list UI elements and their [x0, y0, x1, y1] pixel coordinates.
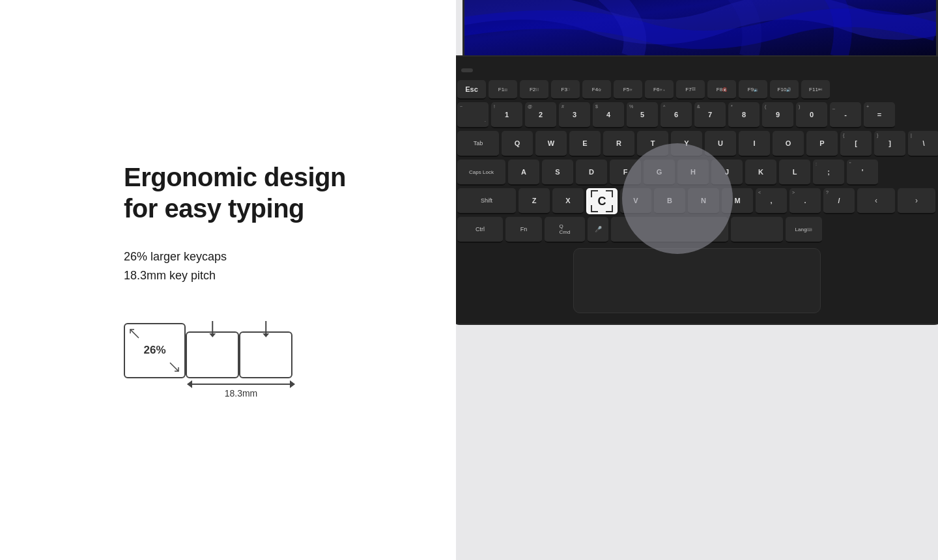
key-mic[interactable]: 🎤 — [588, 217, 608, 243]
headline-line1: Ergonomic design — [124, 161, 417, 193]
screen-inner: | — [464, 0, 936, 57]
feature-2: 18.3mm key pitch — [124, 266, 417, 285]
key-fn[interactable]: Fn — [505, 217, 542, 243]
key-f10[interactable]: F10🔊 — [770, 80, 799, 100]
keyboard-top-bar — [457, 66, 937, 75]
key-bracket-close[interactable]: }] — [874, 131, 905, 157]
key-quote[interactable]: "' — [847, 160, 878, 186]
headline: Ergonomic design for easy typing — [124, 161, 417, 224]
key-esc[interactable]: Esc — [457, 80, 486, 100]
large-key: 26% — [124, 323, 186, 378]
key-2[interactable]: @2 — [525, 102, 556, 128]
left-panel: Ergonomic design for easy typing 26% lar… — [0, 0, 456, 560]
key-f3[interactable]: F3□ — [551, 80, 580, 100]
small-key-2 — [239, 331, 292, 378]
key-r[interactable]: R — [603, 131, 634, 157]
key-comma[interactable]: <, — [756, 188, 787, 214]
key-s[interactable]: S — [542, 160, 573, 186]
key-shift[interactable]: Shift — [457, 188, 516, 214]
arrow-line-1 — [212, 321, 213, 334]
key-o[interactable]: O — [773, 131, 804, 157]
page-container: Ergonomic design for easy typing 26% lar… — [0, 0, 938, 560]
key-f7[interactable]: F7🖼 — [676, 80, 705, 100]
key-l[interactable]: L — [779, 160, 810, 186]
key-c[interactable]: C — [586, 188, 618, 214]
key-tab[interactable]: Tab — [457, 131, 499, 157]
keyboard-device: | — [449, 0, 938, 560]
key-semicolon[interactable]: :; — [813, 160, 844, 186]
touchpad[interactable] — [573, 248, 821, 313]
key-arrow-left[interactable]: ‹ — [857, 188, 895, 214]
key-3[interactable]: #3 — [559, 102, 590, 128]
key-p[interactable]: P — [806, 131, 838, 157]
key-equals[interactable]: += — [864, 102, 895, 128]
key-1[interactable]: !1 — [491, 102, 522, 128]
svg-line-1 — [170, 363, 178, 371]
key-w[interactable]: W — [535, 131, 567, 157]
key-f5[interactable]: F5☀ — [614, 80, 642, 100]
feature-1: 26% larger keycaps — [124, 247, 417, 266]
key-f4[interactable]: F4✿ — [582, 80, 611, 100]
caps-lock-label: Caps Lock — [469, 169, 494, 175]
key-a[interactable]: A — [508, 160, 539, 186]
arrow-indicator-2 — [265, 321, 266, 334]
arrow-br-icon — [169, 362, 180, 372]
num-row: ~` !1 @2 #3 $4 %5 ^6 &7 *8 (9 )0 _- += — [457, 102, 937, 128]
key-caps-lock[interactable]: Caps Lock — [457, 160, 505, 186]
key-slash[interactable]: ?/ — [823, 188, 855, 214]
key-ctrl[interactable]: Ctrl — [457, 217, 503, 243]
key-bracket-open[interactable]: {[ — [840, 131, 872, 157]
key-7[interactable]: &7 — [694, 102, 726, 128]
key-lang[interactable]: Lang⌨ — [786, 217, 822, 243]
zoom-circle-overlay — [622, 143, 733, 254]
right-panel: | — [443, 0, 938, 560]
key-arrow-right[interactable]: › — [898, 188, 935, 214]
key-f11[interactable]: F11⏭ — [801, 80, 830, 100]
arrow-indicator-1 — [212, 321, 213, 334]
key-c-label: C — [598, 195, 606, 208]
arrow-line-2 — [265, 321, 266, 334]
fn-row: Esc F1⊞ F2||| F3□ F4✿ F5☀ F6☀+ F7🖼 F8🔇 F… — [457, 80, 937, 100]
key-9[interactable]: (9 — [762, 102, 793, 128]
tablet-screen: | — [462, 0, 938, 59]
key-f1[interactable]: F1⊞ — [489, 80, 517, 100]
feature-list: 26% larger keycaps 18.3mm key pitch — [124, 247, 417, 285]
headline-line2: for easy typing — [124, 193, 417, 224]
key-x[interactable]: X — [552, 188, 584, 214]
h-arrow-line — [188, 384, 294, 385]
key-f8[interactable]: F8🔇 — [707, 80, 736, 100]
key-q[interactable]: Q — [502, 131, 533, 157]
pitch-value-label: 18.3mm — [225, 388, 258, 399]
key-spacer2 — [731, 217, 783, 243]
arrow-tl-icon — [130, 329, 140, 339]
key-cmd[interactable]: QCmd — [545, 217, 585, 243]
key-tilde[interactable]: ~` — [457, 102, 489, 128]
key-4[interactable]: $4 — [593, 102, 624, 128]
screen-waves — [464, 0, 936, 57]
key-z[interactable]: Z — [519, 188, 550, 214]
small-key-1 — [186, 331, 239, 378]
key-f6[interactable]: F6☀+ — [645, 80, 674, 100]
key-f9[interactable]: F9🔉 — [739, 80, 767, 100]
key-d[interactable]: D — [576, 160, 607, 186]
kb-indicator — [461, 68, 473, 72]
keys-display: 26% — [124, 323, 293, 378]
svg-line-0 — [130, 329, 139, 338]
key-6[interactable]: ^6 — [661, 102, 692, 128]
key-5[interactable]: %5 — [627, 102, 658, 128]
key-0[interactable]: )0 — [796, 102, 827, 128]
key-k[interactable]: K — [745, 160, 776, 186]
key-i[interactable]: I — [739, 131, 770, 157]
key-backslash[interactable]: |\ — [908, 131, 938, 157]
key-diagram: 26% 18.3mm — [124, 323, 293, 399]
percent-label: 26% — [143, 344, 165, 357]
key-minus[interactable]: _- — [830, 102, 861, 128]
key-period[interactable]: >. — [789, 188, 821, 214]
pitch-measurement: 18.3mm — [189, 384, 293, 399]
key-8[interactable]: *8 — [728, 102, 760, 128]
key-f2[interactable]: F2||| — [520, 80, 548, 100]
key-e[interactable]: E — [569, 131, 601, 157]
